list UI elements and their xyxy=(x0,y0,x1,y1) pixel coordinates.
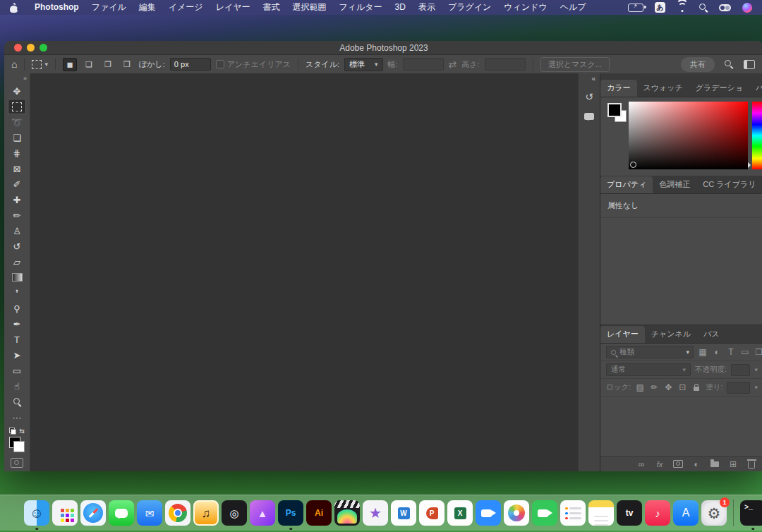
dock-illustrator-icon[interactable]: Ai xyxy=(306,500,332,526)
tab-color[interactable]: カラー xyxy=(600,80,637,97)
lock-transparent-pixels-icon[interactable]: ▨ xyxy=(635,382,645,392)
filter-adjustment-layers-icon[interactable]: ◐ xyxy=(712,347,722,357)
siri-icon[interactable] xyxy=(742,3,752,13)
add-to-selection-button[interactable]: ❏ xyxy=(82,58,96,71)
filter-smart-objects-icon[interactable]: ❒ xyxy=(754,347,762,357)
dock-launchpad-icon[interactable] xyxy=(52,500,78,526)
height-input[interactable] xyxy=(485,58,526,71)
layer-filter-select[interactable]: 種類 ▾ xyxy=(606,346,694,358)
object-selection-tool[interactable]: ❏ xyxy=(8,130,26,145)
dock-photoshop-icon[interactable]: Ps xyxy=(278,500,303,526)
tab-adjustments[interactable]: 色調補正 xyxy=(653,176,696,193)
lock-position-icon[interactable]: ✥ xyxy=(663,382,673,392)
swap-width-height-icon[interactable]: ⇄ xyxy=(449,59,457,69)
brush-tool[interactable]: ✏ xyxy=(8,207,26,223)
hand-tool[interactable]: ☝ xyxy=(8,378,26,394)
dock-imovie-icon[interactable]: ★ xyxy=(363,500,388,526)
dock-music-game-icon[interactable]: ♫ xyxy=(193,500,219,526)
dock-notes-icon[interactable] xyxy=(588,500,614,526)
dock-excel-icon[interactable]: X xyxy=(447,500,473,526)
dock-apple-tv-icon[interactable]: tv xyxy=(617,500,642,526)
menu-edit[interactable]: 編集 xyxy=(133,0,162,15)
frame-tool[interactable]: ⊠ xyxy=(8,161,26,176)
menu-image[interactable]: イメージ xyxy=(162,0,210,15)
search-icon[interactable] xyxy=(725,60,734,69)
tab-swatches[interactable]: スウォッチ xyxy=(637,80,689,97)
dock-dvd-player-icon[interactable]: ◎ xyxy=(222,500,247,526)
dock-chrome-icon[interactable] xyxy=(165,500,190,526)
dock-messages-icon[interactable] xyxy=(109,500,134,526)
dock-final-cut-pro-icon[interactable] xyxy=(334,500,360,526)
subtract-from-selection-button[interactable]: ❐ xyxy=(101,58,115,71)
dock-terminal-icon[interactable]: >_ xyxy=(740,500,762,526)
new-adjustment-layer-icon[interactable]: ◐ xyxy=(691,459,701,469)
spotlight-search-icon[interactable] xyxy=(699,4,708,12)
dock-reminders-icon[interactable] xyxy=(560,500,586,526)
add-layer-mask-icon[interactable] xyxy=(673,460,683,468)
default-colors-icon[interactable] xyxy=(9,428,16,435)
expand-panels-button[interactable]: « xyxy=(591,73,600,87)
opacity-input[interactable] xyxy=(731,364,751,376)
battery-icon[interactable] xyxy=(628,4,643,12)
dock-affinity-photo-icon[interactable]: ▲ xyxy=(250,500,275,526)
filter-shape-layers-icon[interactable]: ▭ xyxy=(740,347,750,357)
history-icon[interactable]: ↺ xyxy=(585,91,593,102)
menu-filter[interactable]: フィルター xyxy=(332,0,388,15)
pen-tool[interactable]: ✒ xyxy=(8,316,26,332)
new-group-icon[interactable] xyxy=(710,461,720,467)
dock-finder-icon[interactable]: ☺ xyxy=(24,500,49,526)
tab-gradients[interactable]: グラデーショ xyxy=(689,80,749,97)
fill-input[interactable] xyxy=(727,382,750,394)
control-center-icon[interactable] xyxy=(719,4,731,11)
crop-tool[interactable]: ⋕ xyxy=(8,145,26,161)
foreground-background-swatches[interactable] xyxy=(9,437,25,452)
dodge-tool[interactable]: ⚲ xyxy=(8,301,26,316)
background-color[interactable] xyxy=(13,441,25,452)
link-layers-icon[interactable]: ∞ xyxy=(636,459,646,469)
dock-music-icon[interactable]: ♪ xyxy=(645,500,670,526)
menu-layer[interactable]: レイヤー xyxy=(210,0,257,15)
title-bar[interactable]: Adobe Photoshop 2023 xyxy=(4,41,762,55)
toolbar-collapse-button[interactable]: » xyxy=(23,75,30,83)
menu-help[interactable]: ヘルプ xyxy=(554,0,593,15)
swap-colors-icon[interactable]: ⇆ xyxy=(19,428,25,435)
share-button[interactable]: 共有 xyxy=(681,57,715,72)
spot-healing-brush-tool[interactable]: ✚ xyxy=(8,192,26,207)
tab-paths[interactable]: パス xyxy=(697,326,726,343)
lock-artboard-icon[interactable]: ⊡ xyxy=(677,382,687,392)
dock-zoom-icon[interactable] xyxy=(476,500,501,526)
new-layer-icon[interactable]: ⊞ xyxy=(728,459,738,469)
quick-mask-button[interactable] xyxy=(11,458,23,468)
eyedropper-tool[interactable]: ✐ xyxy=(8,176,26,192)
dock-word-icon[interactable]: W xyxy=(391,500,416,526)
apple-menu-icon[interactable] xyxy=(10,3,18,13)
dock-photos-icon[interactable] xyxy=(504,500,529,526)
width-input[interactable] xyxy=(403,58,444,71)
delete-layer-icon[interactable] xyxy=(746,459,756,468)
style-select[interactable]: 標準▾ xyxy=(344,58,383,71)
dock-app-store-icon[interactable]: A xyxy=(673,500,698,526)
zoom-tool[interactable] xyxy=(8,394,26,409)
tab-layers[interactable]: レイヤー xyxy=(600,326,645,343)
lock-image-pixels-icon[interactable]: ✏ xyxy=(649,382,659,392)
layer-style-icon[interactable]: fx xyxy=(655,460,665,468)
history-brush-tool[interactable]: ↺ xyxy=(8,238,26,254)
select-and-mask-button[interactable]: 選択とマスク... xyxy=(540,57,610,72)
input-method-icon[interactable]: あ xyxy=(655,2,665,13)
home-icon[interactable]: ⌂ xyxy=(11,59,17,69)
antialias-checkbox[interactable] xyxy=(216,60,224,68)
feather-input[interactable]: 0 px xyxy=(170,58,211,71)
hue-slider[interactable] xyxy=(752,102,762,169)
menu-window[interactable]: ウィンドウ xyxy=(497,0,553,15)
clone-stamp-tool[interactable]: ♙ xyxy=(8,223,26,238)
dock-facetime-icon[interactable] xyxy=(532,500,557,526)
rectangular-marquee-tool[interactable] xyxy=(8,99,26,114)
menu-select[interactable]: 選択範囲 xyxy=(286,0,332,15)
dock-powerpoint-icon[interactable]: P xyxy=(419,500,445,526)
comment-icon[interactable] xyxy=(584,111,594,122)
edit-toolbar-button[interactable]: ··· xyxy=(8,409,26,425)
tool-preset-picker[interactable]: ▾ xyxy=(32,60,48,69)
dock-system-settings-icon[interactable]: ⚙1 xyxy=(701,500,727,526)
menu-plugins[interactable]: プラグイン xyxy=(442,0,497,15)
dock-mail-icon[interactable]: ✉ xyxy=(137,500,162,526)
